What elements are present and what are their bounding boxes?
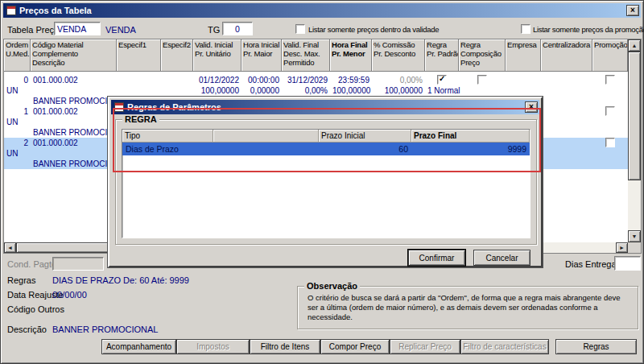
window-titlebar[interactable]: Preços da Tabela × [3, 3, 641, 18]
regra-groupbox: REGRA Tipo Prazo Inicial Prazo Final Dia… [115, 119, 537, 245]
grid-cell: 0,00% [372, 75, 425, 85]
action-button-acompanhamento[interactable]: Acompanhamento [101, 339, 176, 354]
grid-column-header-3[interactable]: Especif2 [161, 39, 193, 72]
regra-group-label: REGRA [122, 114, 159, 124]
grid-column-header-11[interactable]: Empresa [506, 39, 541, 72]
grid-column-header-1[interactable]: Código MaterialComplementoDescrição [31, 39, 117, 72]
regras-value: DIAS DE PRAZO De: 60 Até: 9999 [52, 275, 189, 285]
dias-entrega-input[interactable] [614, 256, 641, 271]
action-button-filtro-de-itens[interactable]: Filtro de Itens [250, 339, 320, 354]
regra-row[interactable]: Dias de Prazo 60 9999 [122, 143, 530, 155]
tg-input[interactable] [222, 22, 253, 35]
regra-composicao-checkbox[interactable] [477, 75, 487, 85]
action-button-compor-pre-o[interactable]: Compor Preço [320, 339, 390, 354]
dialog-close-icon[interactable]: × [525, 101, 538, 113]
grid-column-header-10[interactable]: RegraComposiçãoPreço [459, 39, 506, 72]
grid-cell: UN [4, 85, 31, 96]
action-button-impostos: Impostos [176, 339, 250, 354]
grid-column-header-5[interactable]: Hora InicialPr. Maior [242, 39, 282, 72]
grid-column-header-13[interactable]: Promoção [592, 39, 628, 72]
grid-column-header-8[interactable]: % ComissãoPr. Desconto [372, 39, 425, 72]
grid-column-header-0[interactable]: OrdemU.Med. [4, 39, 31, 72]
vertical-scrollbar[interactable]: ▲ ▼ [628, 39, 641, 242]
listar-validade-checkbox[interactable] [295, 24, 305, 34]
grid-cell: 001.000.002 [31, 138, 117, 148]
header-line: Regra [427, 40, 456, 49]
header-line: Descrição [32, 58, 114, 67]
grid-column-header-9[interactable]: RegraPr. Padrão [425, 39, 459, 72]
header-line: Hora Final [332, 40, 369, 49]
grid-column-header-7[interactable]: Hora FinalPr. Menor [330, 39, 372, 72]
promocao-checkbox[interactable] [605, 138, 615, 147]
cancelar-button[interactable]: Cancelar [473, 250, 530, 266]
cell-tipo: Dias de Prazo [122, 143, 213, 155]
promocao-checkbox[interactable] [605, 106, 615, 116]
header-line: Pr. Padrão [427, 49, 456, 58]
scroll-up-icon[interactable]: ▲ [628, 39, 641, 52]
grid-column-header-12[interactable]: Centralizadora [541, 39, 592, 72]
dialog-titlebar[interactable]: Regras de Parâmetros × [111, 100, 539, 114]
tg-label: TG [208, 25, 220, 35]
grid-cell: 1 [4, 106, 31, 117]
precos-da-tabela-window: Preços da Tabela × Tabela Preço VENDA TG… [0, 0, 644, 364]
header-line: Pr. Desconto [374, 49, 423, 58]
grid-column-header-6[interactable]: Valid. FinalDesc. Max.Permitido [282, 39, 330, 72]
vertical-scroll-thumb[interactable] [628, 52, 641, 180]
cell-blank [213, 143, 319, 155]
regras-label: Regras [7, 275, 35, 285]
action-button-filtro-de-caracter-sticas: Filtro de características [460, 339, 549, 354]
header-line: Permitido [283, 58, 328, 67]
header-line: Pr. Maior [243, 49, 279, 58]
grid-cell: 31/12/2029 [282, 75, 330, 85]
header-line: Composição [460, 49, 503, 58]
header-line: Complemento [32, 49, 114, 58]
grid-cell: 001.000.002 [31, 106, 117, 117]
column-header-prazo-inicial[interactable]: Prazo Inicial [319, 130, 411, 143]
descricao-label: Descrição [7, 325, 47, 334]
header-line: Empresa [507, 40, 539, 49]
header-line: Especif2 [163, 40, 191, 49]
action-button-regras[interactable]: Regras [555, 339, 637, 354]
grid-cell: 2 [4, 138, 31, 148]
confirmar-button[interactable]: Confirmar [408, 250, 465, 266]
dias-entrega-label: Dias Entrega [565, 259, 617, 269]
column-header-blank[interactable] [213, 130, 319, 143]
header-line: Pr. Unitário [195, 49, 239, 58]
header-line: Pr. Menor [332, 49, 369, 58]
codigo-outros-label: Código Outros [7, 304, 64, 314]
cell-prazo-inicial: 60 [319, 143, 411, 155]
dialog-title: Regras de Parâmetros [127, 102, 525, 112]
cond-pagto-field [52, 257, 104, 271]
listar-promocao-label: Listar somente preços da promoção [533, 25, 644, 34]
regras-list-header: Tipo Prazo Inicial Prazo Final [122, 130, 530, 143]
check-icon: ✓ [439, 74, 445, 84]
grid-column-header-4[interactable]: Valid. InicialPr. Unitário [193, 39, 242, 72]
scroll-left-icon[interactable]: ◄ [4, 242, 16, 253]
regras-parametros-dialog: Regras de Parâmetros × REGRA Tipo Prazo … [108, 97, 543, 267]
regra-padrao-checkbox[interactable]: ✓ [437, 75, 447, 85]
scroll-right-icon[interactable]: ► [616, 242, 628, 253]
header-line: U.Med. [6, 49, 28, 58]
header-line: Regra [460, 40, 503, 49]
grid-cell: UN [4, 148, 31, 159]
grid-cell: 01/12/2022 [193, 75, 242, 85]
header-line: Código Material [32, 40, 114, 49]
header-line: Preço [460, 58, 503, 67]
grid-column-header-2[interactable]: Especif1 [117, 39, 161, 72]
grid-cell: 100,00000 [193, 85, 242, 96]
column-header-prazo-final[interactable]: Prazo Final [411, 130, 530, 143]
tabela-preco-input[interactable] [54, 22, 101, 35]
grid-cell: 0 [4, 75, 31, 85]
scroll-down-icon[interactable]: ▼ [628, 230, 641, 242]
column-header-tipo[interactable]: Tipo [122, 130, 213, 143]
promocao-checkbox[interactable] [605, 75, 615, 85]
header-line: Valid. Final [283, 40, 328, 49]
listar-promocao-checkbox[interactable] [521, 24, 530, 34]
action-button-row: AcompanhamentoImpostosFiltro de ItensCom… [101, 339, 637, 354]
observacao-title: Observação [304, 281, 360, 291]
close-icon[interactable]: × [626, 5, 639, 16]
grid-cell: 00:00:00 [242, 75, 282, 85]
grid-header: OrdemU.Med.Código MaterialComplementoDes… [4, 39, 628, 72]
header-line: Valid. Inicial [195, 40, 239, 49]
grid-cell: 1 Normal [425, 85, 506, 96]
